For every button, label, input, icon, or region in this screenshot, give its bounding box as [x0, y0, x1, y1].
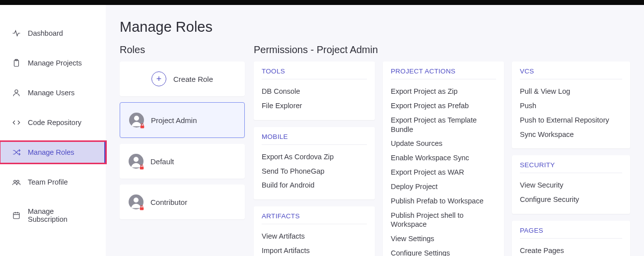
sidebar-item-label: Manage Projects	[28, 59, 82, 67]
svg-point-13	[134, 157, 139, 162]
permission-item[interactable]: Deploy Project	[391, 180, 496, 194]
perm-subcol-1: TOOLSDB ConsoleFile ExplorerMOBILEExport…	[254, 62, 375, 256]
svg-point-2	[15, 90, 18, 93]
code-icon	[12, 118, 21, 127]
perm-subcol-2: PROJECT ACTIONSExport Project as ZipExpo…	[383, 62, 504, 256]
permission-item[interactable]: Pull & View Log	[520, 84, 622, 99]
permission-group-title: VCS	[520, 67, 622, 79]
create-role-button[interactable]: + Create Role	[120, 62, 245, 96]
permissions-column: Permissions - Project Admin TOOLSDB Cons…	[254, 44, 644, 256]
lock-icon	[139, 123, 145, 129]
activity-icon	[12, 29, 21, 38]
role-card-default[interactable]: Default	[120, 144, 245, 179]
permission-item[interactable]: Push to External Repository	[520, 113, 622, 128]
permission-group-title: MOBILE	[262, 133, 367, 145]
permission-item[interactable]: File Explorer	[262, 99, 367, 113]
permission-item[interactable]: View Artifacts	[262, 229, 367, 244]
role-card-project-admin[interactable]: Project Admin	[120, 102, 245, 138]
permission-group-title: ARTIFACTS	[262, 212, 367, 224]
permissions-header: Permissions - Project Admin	[254, 44, 644, 56]
permission-group-title: SECURITY	[520, 161, 622, 173]
permission-item[interactable]: Export Project as WAR	[391, 165, 496, 180]
sidebar-item-manage-roles[interactable]: Manage Roles	[0, 141, 106, 163]
permission-item[interactable]: Export Project as Prefab	[391, 99, 496, 113]
perm-subcol-3: VCSPull & View LogPushPush to External R…	[512, 62, 630, 256]
team-icon	[12, 178, 21, 187]
permission-item[interactable]: Configure Settings	[391, 246, 496, 256]
permission-item[interactable]: Update Sources	[391, 136, 496, 151]
permission-group-card: PROJECT ACTIONSExport Project as ZipExpo…	[383, 62, 504, 256]
permission-item[interactable]: Export Project as Template Bundle	[391, 113, 496, 137]
permission-item[interactable]: Enable Workspace Sync	[391, 151, 496, 165]
svg-rect-14	[140, 167, 144, 169]
sidebar-item-label: Manage Users	[28, 89, 74, 97]
sidebar-item-manage-projects[interactable]: Manage Projects	[0, 52, 106, 74]
permission-group-title: PROJECT ACTIONS	[391, 67, 496, 79]
role-avatar-icon	[129, 113, 144, 128]
plus-icon: +	[151, 71, 166, 86]
permission-group-card: ARTIFACTSView ArtifactsImport Artifacts	[254, 206, 375, 256]
columns: Roles + Create Role Project Admin	[120, 44, 644, 256]
permission-item[interactable]: View Security	[520, 178, 622, 192]
svg-point-16	[134, 197, 139, 202]
sidebar-item-label: Dashboard	[28, 29, 63, 37]
role-card-contributor[interactable]: Contributor	[120, 185, 245, 219]
shuffle-icon	[12, 148, 21, 157]
roles-header: Roles	[120, 44, 245, 56]
sidebar-item-label: Team Profile	[28, 178, 68, 186]
topbar	[0, 0, 644, 5]
svg-rect-17	[140, 207, 144, 210]
svg-rect-5	[13, 213, 19, 219]
permission-item[interactable]: View Settings	[391, 232, 496, 246]
create-role-label: Create Role	[173, 75, 213, 83]
permission-item[interactable]: Create Pages	[520, 244, 622, 256]
layout: Dashboard Manage Projects Manage Users C…	[0, 5, 644, 256]
permission-item[interactable]: Publish Prefab to Workspace	[391, 194, 496, 208]
permission-item[interactable]: Publish Project shell to Workspace	[391, 208, 496, 232]
svg-point-4	[17, 180, 19, 183]
role-label: Contributor	[150, 198, 187, 206]
permission-group-title: PAGES	[520, 227, 622, 239]
sidebar-item-manage-users[interactable]: Manage Users	[0, 82, 106, 104]
sidebar-item-label: Manage Roles	[28, 148, 74, 156]
permission-group-card: SECURITYView SecurityConfigure Security	[512, 155, 630, 214]
permission-group-card: TOOLSDB ConsoleFile Explorer	[254, 62, 375, 120]
user-icon	[12, 88, 21, 97]
page-title: Manage Roles	[120, 19, 644, 35]
clipboard-icon	[12, 59, 21, 67]
permission-item[interactable]: Sync Workspace	[520, 128, 622, 142]
svg-point-3	[14, 180, 16, 183]
sidebar-item-team-profile[interactable]: Team Profile	[0, 171, 106, 193]
permission-item[interactable]: Configure Security	[520, 192, 622, 207]
permission-item[interactable]: Push	[520, 99, 622, 113]
role-avatar-icon	[129, 154, 143, 169]
sidebar-item-dashboard[interactable]: Dashboard	[0, 22, 106, 44]
permission-sub-columns: TOOLSDB ConsoleFile ExplorerMOBILEExport…	[254, 62, 644, 256]
permission-item[interactable]: Export As Cordova Zip	[262, 150, 367, 164]
role-label: Default	[150, 157, 174, 166]
main: Manage Roles Roles + Create Role Project…	[106, 5, 644, 256]
sidebar: Dashboard Manage Projects Manage Users C…	[0, 5, 106, 256]
sidebar-item-label: Code Repository	[28, 119, 81, 127]
sidebar-item-label: Manage Subscription	[28, 207, 94, 223]
sidebar-item-manage-subscription[interactable]: Manage Subscription	[0, 201, 106, 230]
role-label: Project Admin	[151, 116, 197, 125]
role-avatar-icon	[129, 194, 143, 209]
permission-group-card: VCSPull & View LogPushPush to External R…	[512, 62, 630, 148]
permission-group-title: TOOLS	[262, 67, 367, 79]
roles-column: Roles + Create Role Project Admin	[120, 44, 245, 256]
calendar-icon	[12, 211, 21, 220]
permission-group-card: MOBILEExport As Cordova ZipSend To Phone…	[254, 127, 375, 200]
permission-group-card: PAGESCreate PagesEdit Pages	[512, 221, 630, 256]
lock-icon	[139, 204, 145, 211]
permission-item[interactable]: Build for Android	[262, 178, 367, 192]
svg-point-10	[134, 116, 139, 121]
permission-item[interactable]: Export Project as Zip	[391, 84, 496, 99]
permission-item[interactable]: DB Console	[262, 84, 367, 99]
svg-rect-11	[141, 126, 144, 128]
permission-item[interactable]: Send To PhoneGap	[262, 164, 367, 179]
lock-icon	[139, 164, 145, 170]
permission-item[interactable]: Import Artifacts	[262, 244, 367, 256]
sidebar-item-code-repository[interactable]: Code Repository	[0, 112, 106, 133]
